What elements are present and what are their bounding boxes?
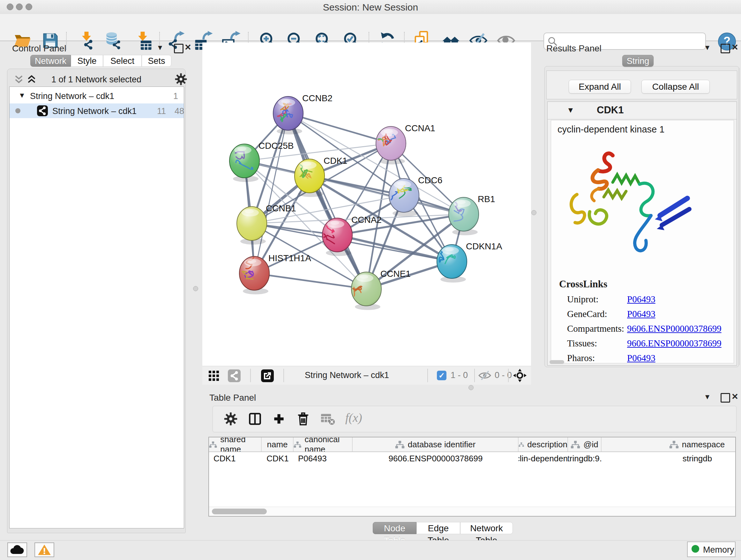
crosslink-label: Compartments: bbox=[567, 323, 624, 334]
close-panel-icon[interactable]: ✕ bbox=[731, 43, 738, 52]
collapse-all-button[interactable]: Collapse All bbox=[642, 80, 710, 94]
column-header-database-identifier[interactable]: database identifier bbox=[353, 437, 519, 451]
table-cell[interactable]: 9606.ENSP00000378699 bbox=[353, 452, 519, 465]
node-label-RB1: RB1 bbox=[478, 194, 495, 204]
table-cell[interactable]: stringdb bbox=[602, 452, 736, 465]
horizontal-splitter-handle[interactable] bbox=[468, 385, 474, 390]
cloud-status-button[interactable] bbox=[7, 543, 27, 557]
column-header-label: name bbox=[267, 440, 287, 449]
table-cell[interactable]: cyclin-dependent ... bbox=[519, 452, 568, 465]
node-CCNA1[interactable] bbox=[373, 126, 406, 165]
table-cell[interactable]: CDK1 bbox=[262, 452, 293, 465]
table-options-gear-icon[interactable] bbox=[224, 412, 238, 427]
float-panel-icon[interactable]: ▾ bbox=[705, 43, 710, 52]
close-panel-icon[interactable]: ✕ bbox=[731, 392, 738, 401]
float-panel-icon[interactable]: ▾ bbox=[158, 43, 162, 52]
crosslink-value-link[interactable]: 9606.ENSP00000378699 bbox=[627, 323, 722, 334]
collection-name: String Network – cdk1 bbox=[30, 91, 114, 101]
table-cell[interactable]: stringdb:9... bbox=[568, 452, 602, 465]
crosslink-row: Compartments:9606.ENSP00000378699 bbox=[551, 322, 734, 337]
node-CDKN1A[interactable] bbox=[435, 245, 467, 283]
collection-expander-icon[interactable]: ▼ bbox=[18, 91, 25, 100]
memory-label: Memory bbox=[703, 545, 734, 555]
tab-node-table[interactable]: Node Table bbox=[373, 522, 416, 534]
expand-all-button[interactable]: Expand All bbox=[569, 80, 631, 94]
gene-card-header[interactable]: ▼ CDK1 bbox=[548, 102, 737, 119]
node-CCNE1[interactable] bbox=[350, 272, 381, 310]
warnings-button[interactable] bbox=[35, 543, 54, 557]
network-row[interactable]: String Network – cdk1 11 48 bbox=[10, 104, 184, 118]
maximize-panel-icon[interactable] bbox=[174, 44, 184, 53]
results-vscrollbar-track[interactable] bbox=[738, 68, 740, 365]
crosslink-label: Pharos: bbox=[567, 353, 595, 363]
edge-CCNB2-HIST1H1A[interactable] bbox=[254, 113, 288, 273]
birds-eye-view-icon[interactable] bbox=[208, 370, 219, 383]
float-panel-icon[interactable]: ▾ bbox=[705, 392, 710, 401]
right-splitter-handle[interactable] bbox=[531, 210, 536, 215]
table-hscrollbar-thumb[interactable] bbox=[212, 509, 267, 514]
maximize-panel-icon[interactable] bbox=[721, 44, 730, 53]
tab-style[interactable]: Style bbox=[71, 55, 103, 67]
table-hscrollbar[interactable] bbox=[209, 507, 735, 516]
separator bbox=[427, 369, 428, 382]
tab-select[interactable]: Select bbox=[103, 55, 142, 67]
edge-CCNE1-HIST1H1A[interactable] bbox=[254, 273, 366, 289]
show-columns-icon[interactable] bbox=[248, 412, 262, 427]
crosslink-value-link[interactable]: P06493 bbox=[627, 309, 656, 319]
node-RB1[interactable] bbox=[449, 197, 479, 235]
table-row[interactable]: CDK1CDK1P064939606.ENSP00000378699cyclin… bbox=[209, 452, 735, 465]
column-header-canonical-name[interactable]: canonical name bbox=[293, 437, 353, 451]
table-panel-title: Table Panel bbox=[209, 393, 256, 403]
hierarchy-column-icon bbox=[519, 441, 524, 449]
tab-network-table[interactable]: Network Table bbox=[460, 522, 513, 534]
column-header-name[interactable]: name bbox=[262, 437, 293, 451]
node-label-CCNB2: CCNB2 bbox=[302, 93, 333, 103]
memory-button[interactable]: Memory bbox=[687, 542, 736, 557]
node-CDC6[interactable] bbox=[386, 179, 419, 216]
column-header-description[interactable]: description bbox=[519, 437, 568, 451]
network-canvas[interactable]: CCNB2CCNA1CDC25BCDK1CDC6RB1CCNB1CCNA2CDK… bbox=[202, 43, 531, 366]
tab-string[interactable]: String bbox=[622, 55, 654, 67]
protein-structure-image bbox=[559, 143, 696, 261]
close-panel-icon[interactable]: ✕ bbox=[185, 43, 192, 52]
network-selection-summary: 1 of 1 Network selected bbox=[7, 75, 185, 84]
collection-count: 1 bbox=[173, 91, 178, 101]
node-CDC25B[interactable] bbox=[229, 144, 259, 182]
network-view-toolbar: String Network – cdk1 ✓ 1 - 0 0 - 0 bbox=[202, 366, 531, 385]
tab-edge-table[interactable]: Edge Table bbox=[416, 522, 460, 534]
application-window: Session: New Session bbox=[0, 0, 741, 560]
create-column-icon[interactable] bbox=[272, 412, 286, 427]
tab-network[interactable]: Network bbox=[30, 55, 71, 67]
left-splitter-handle[interactable] bbox=[193, 286, 198, 291]
pan-crosshair-icon[interactable] bbox=[513, 368, 527, 384]
maximize-panel-icon[interactable] bbox=[721, 393, 730, 402]
node-label-CDC6: CDC6 bbox=[418, 175, 442, 185]
network-overview-icon[interactable] bbox=[228, 369, 241, 382]
column-header-shared-name[interactable]: shared name bbox=[209, 437, 262, 451]
detach-view-icon[interactable] bbox=[261, 369, 274, 382]
crosslink-value-link[interactable]: P06493 bbox=[627, 294, 656, 305]
column-header-namespace[interactable]: namespace bbox=[602, 437, 736, 451]
node-CCNB1[interactable] bbox=[237, 206, 267, 245]
gene-card-expander-icon[interactable]: ▼ bbox=[567, 106, 575, 115]
edge-CCNB2-CCNA1[interactable] bbox=[288, 113, 391, 143]
table-cell[interactable]: CDK1 bbox=[209, 452, 262, 465]
node-CCNB2[interactable] bbox=[273, 97, 303, 134]
crosslink-row: Pharos:P06493 bbox=[551, 352, 734, 366]
control-panel: Control Panel ▾ ✕ Network Style Select S… bbox=[3, 43, 189, 533]
column-header-label: canonical name bbox=[305, 437, 352, 451]
gene-description: cyclin-dependent kinase 1 bbox=[557, 124, 664, 135]
node-HIST1H1A[interactable] bbox=[239, 256, 269, 294]
network-options-gear-icon[interactable] bbox=[175, 73, 187, 87]
column-header-label: description bbox=[527, 440, 567, 449]
tab-sets[interactable]: Sets bbox=[142, 55, 172, 67]
column-header--id[interactable]: @id bbox=[568, 437, 602, 451]
table-cell[interactable]: P06493 bbox=[293, 452, 353, 465]
delete-column-icon[interactable] bbox=[296, 412, 310, 427]
selected-items-checkbox[interactable]: ✓ bbox=[437, 371, 447, 380]
crosslink-value-link[interactable]: 9606.ENSP00000378699 bbox=[627, 338, 722, 349]
results-hscrollbar-thumb[interactable] bbox=[549, 360, 564, 364]
network-collection-row[interactable]: ▼ String Network – cdk1 1 bbox=[10, 89, 184, 104]
crosslink-value-link[interactable]: P06493 bbox=[627, 353, 656, 363]
table-header-row: shared namenamecanonical namedatabase id… bbox=[209, 437, 735, 452]
